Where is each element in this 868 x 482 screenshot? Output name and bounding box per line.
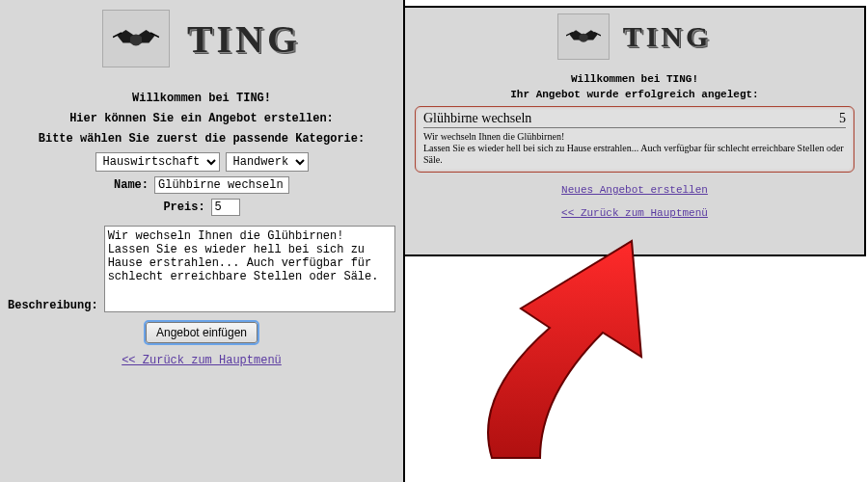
name-input[interactable] — [154, 176, 289, 194]
handshake-icon — [557, 13, 610, 60]
offer-title: Glühbirne wechseln — [423, 111, 531, 126]
confirmation-panel: TING Willkommen bei TING! Ihr Angebot wu… — [403, 6, 866, 256]
logo-row: TING — [0, 0, 403, 85]
arrow-icon — [415, 231, 685, 463]
price-input[interactable] — [211, 199, 240, 216]
welcome-text: Willkommen bei TING! — [0, 92, 403, 105]
offer-card-header: Glühbirne wechseln 5 — [423, 111, 846, 128]
create-offer-panel: TING Willkommen bei TING! Hier können Si… — [0, 0, 405, 482]
handshake-icon — [102, 10, 170, 67]
brand-title: TING — [187, 16, 301, 62]
subtitle-text: Hier können Sie ein Angebot erstellen: — [0, 112, 403, 125]
back-to-main-link[interactable]: << Zurück zum Hauptmenü — [561, 207, 708, 219]
category-prompt: Bitte wählen Sie zuerst die passende Kat… — [0, 132, 403, 146]
offer-card: Glühbirne wechseln 5 Wir wechseln Ihnen … — [415, 106, 854, 173]
back-to-main-link[interactable]: << Zurück zum Hauptmenü — [122, 354, 282, 367]
welcome-text: Willkommen bei TING! — [405, 73, 864, 85]
category-row: Hauswirtschaft Handwerk — [0, 152, 403, 172]
price-row: Preis: — [0, 199, 403, 216]
name-label: Name: — [114, 178, 149, 192]
offer-body-line-1: Wir wechseln Ihnen die Glühbirnen! — [423, 131, 846, 143]
logo-row: TING — [405, 8, 864, 69]
price-label: Preis: — [163, 201, 204, 214]
category-2-select[interactable]: Handwerk — [226, 152, 309, 172]
submit-offer-button[interactable]: Angebot einfügen — [146, 322, 258, 343]
submit-row: Angebot einfügen — [0, 322, 403, 343]
description-row: Beschreibung: Wir wechseln Ihnen die Glü… — [0, 226, 403, 312]
description-textarea[interactable]: Wir wechseln Ihnen die Glühbirnen! Lasse… — [104, 226, 395, 312]
success-text: Ihr Angebot wurde erfolgreich angelegt: — [405, 89, 864, 100]
new-offer-link[interactable]: Neues Angebot erstellen — [561, 184, 708, 196]
offer-body-line-2: Lassen Sie es wieder hell bei sich zu Ha… — [423, 143, 846, 166]
brand-title: TING — [623, 20, 713, 53]
offer-price: 5 — [839, 111, 846, 126]
name-row: Name: — [0, 176, 403, 194]
category-1-select[interactable]: Hauswirtschaft — [95, 152, 220, 172]
offer-body: Wir wechseln Ihnen die Glühbirnen! Lasse… — [423, 128, 846, 166]
description-label: Beschreibung: — [8, 299, 98, 312]
